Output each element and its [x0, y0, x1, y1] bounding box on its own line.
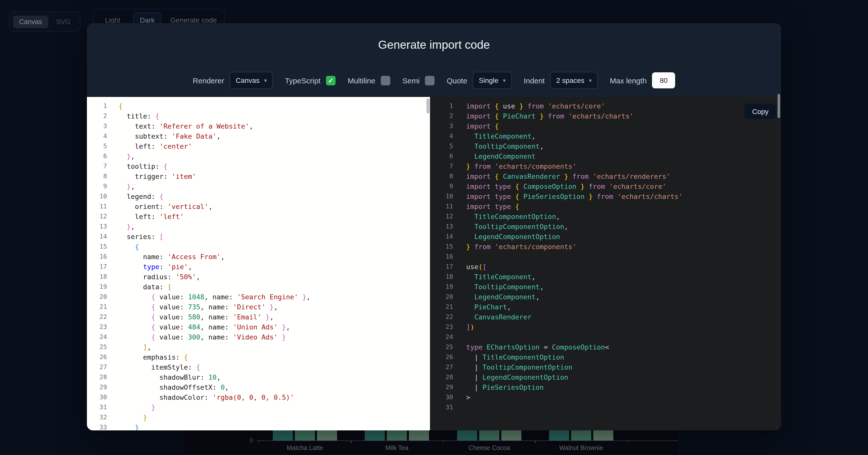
code-line: 31 } — [87, 402, 430, 412]
code-line: 14 LegendComponentOption — [430, 231, 781, 241]
line-number: 4 — [430, 131, 453, 141]
line-number: 16 — [87, 252, 107, 262]
code-line: 12 left: 'left' — [87, 212, 430, 222]
line-number: 19 — [430, 282, 453, 292]
code-line: 29 | PieSeriesOption — [430, 382, 781, 392]
line-number: 30 — [87, 392, 107, 402]
multiline-label: Multiline — [348, 76, 375, 85]
indent-label: Indent — [524, 76, 545, 85]
line-number: 14 — [87, 231, 107, 241]
code-line: 22 CanvasRenderer — [430, 312, 781, 322]
line-number: 2 — [430, 111, 453, 121]
quote-label: Quote — [447, 76, 467, 85]
code-line: 2 title: { — [87, 111, 430, 121]
code-line: 31 — [430, 402, 781, 412]
multiline-checkbox[interactable] — [381, 75, 390, 85]
renderer-select-value: Canvas — [236, 76, 259, 85]
line-number: 31 — [87, 402, 107, 412]
typescript-checkbox[interactable]: ✓ — [326, 75, 336, 85]
code-line: 26 | TitleComponentOption — [430, 352, 781, 362]
line-number: 6 — [87, 151, 107, 161]
line-number: 26 — [430, 352, 453, 362]
code-line: 15} from 'echarts/components' — [430, 241, 781, 252]
indent-select-value: 2 spaces — [556, 76, 584, 85]
code-line: 13 TooltipComponentOption, — [430, 222, 781, 231]
line-number: 12 — [87, 212, 107, 222]
generated-code-view[interactable]: 1import { use } from 'echarts/core'2impo… — [430, 97, 781, 430]
code-line: 4 subtext: 'Fake Data', — [87, 131, 430, 141]
code-line: 22 { value: 580, name: 'Email' }, — [87, 312, 430, 322]
code-line: 17use([ — [430, 262, 781, 272]
code-line: 11 orient: 'vertical', — [87, 201, 430, 212]
max-length-input[interactable] — [652, 72, 675, 88]
line-number: 1 — [430, 101, 453, 111]
max-length-label: Max length — [610, 76, 647, 85]
line-number: 13 — [430, 222, 453, 231]
line-number: 11 — [87, 201, 107, 212]
quote-select[interactable]: Single ▾ — [473, 72, 512, 89]
indent-select[interactable]: 2 spaces ▾ — [550, 72, 598, 89]
code-line: 24 { value: 300, name: 'Video Ads' } — [87, 332, 430, 342]
code-line: 12 TitleComponentOption, — [430, 212, 781, 222]
chevron-down-icon: ▾ — [503, 77, 505, 83]
code-line: 5 left: 'center' — [87, 141, 430, 151]
code-line: 14 series: [ — [87, 231, 430, 241]
line-number: 30 — [430, 392, 453, 402]
code-line: 1{ — [87, 101, 430, 111]
chevron-down-icon: ▾ — [589, 77, 592, 83]
code-line: 9import type { ComposeOption } from 'ech… — [430, 181, 781, 191]
code-line: 16 — [430, 252, 781, 262]
line-number: 19 — [87, 282, 107, 292]
line-number: 28 — [430, 372, 453, 382]
code-line: 21 PieChart, — [430, 302, 781, 312]
code-line: 9 }, — [87, 181, 430, 191]
line-number: 8 — [430, 171, 453, 181]
code-line: 8import { CanvasRenderer } from 'echarts… — [430, 171, 781, 181]
renderer-select[interactable]: Canvas ▾ — [229, 72, 273, 89]
code-line: 25type EChartsOption = ComposeOption< — [430, 342, 781, 352]
code-line: 23 { value: 484, name: 'Union Ads' }, — [87, 322, 430, 332]
semi-checkbox[interactable] — [425, 75, 435, 85]
line-number: 20 — [87, 292, 107, 302]
code-line: 21 { value: 735, name: 'Direct' }, — [87, 302, 430, 312]
line-number: 3 — [430, 121, 453, 131]
option-code-editor[interactable]: 1{2 title: {3 text: 'Referer of a Websit… — [87, 97, 430, 430]
line-number: 5 — [87, 141, 107, 151]
line-number: 28 — [87, 372, 107, 382]
line-number: 23 — [87, 322, 107, 332]
generate-import-code-modal: Generate import code Renderer Canvas ▾ T… — [87, 23, 781, 430]
code-line: 20 { value: 1048, name: 'Search Engine' … — [87, 292, 430, 302]
code-line: 4 TitleComponent, — [430, 131, 781, 141]
line-number: 5 — [430, 141, 453, 151]
modal-scrollbar[interactable] — [778, 94, 780, 118]
code-line: 2import { PieChart } from 'echarts/chart… — [430, 111, 781, 121]
line-number: 22 — [87, 312, 107, 322]
code-line: 19 TooltipComponent, — [430, 282, 781, 292]
line-number: 22 — [430, 312, 453, 322]
code-line: 18 TitleComponent, — [430, 272, 781, 282]
line-number: 17 — [430, 262, 453, 272]
line-number: 24 — [430, 332, 453, 342]
line-number: 15 — [430, 241, 453, 252]
typescript-label: TypeScript — [285, 76, 320, 85]
code-line: 25 ], — [87, 342, 430, 352]
line-number: 9 — [87, 181, 107, 191]
line-number: 6 — [430, 151, 453, 161]
line-number: 3 — [87, 121, 107, 131]
line-number: 29 — [430, 382, 453, 392]
copy-button[interactable]: Copy — [745, 104, 776, 119]
code-line: 29 shadowOffsetX: 0, — [87, 382, 430, 392]
line-number: 27 — [87, 362, 107, 372]
code-line: 5 TooltipComponent, — [430, 141, 781, 151]
left-editor-scrollbar[interactable] — [427, 98, 430, 113]
line-number: 9 — [430, 181, 453, 191]
code-line: 13 }, — [87, 222, 430, 231]
code-line: 6 LegendComponent — [430, 151, 781, 161]
screen: Canvas SVG Light Dark Generate code 0 Ma… — [0, 0, 868, 455]
line-number: 33 — [87, 422, 107, 430]
line-number: 25 — [430, 342, 453, 352]
line-number: 25 — [87, 342, 107, 352]
code-line: 7 tooltip: { — [87, 161, 430, 171]
line-number: 4 — [87, 131, 107, 141]
line-number: 24 — [87, 332, 107, 342]
